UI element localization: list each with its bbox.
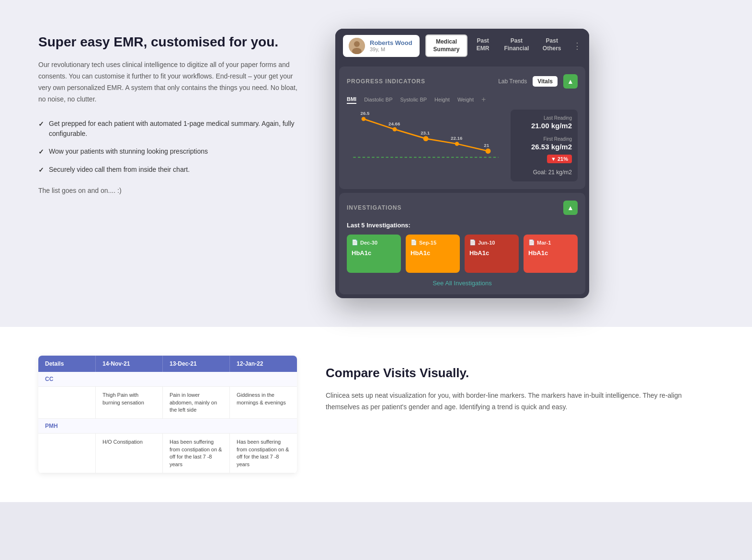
left-content: Super easy EMR, customised for you. Our … bbox=[38, 29, 307, 194]
pmh-col-3: Has been suffering from constipation on … bbox=[230, 434, 297, 473]
progress-header: PROGRESS INDICATORS Lab Trends Vitals ▲ bbox=[347, 74, 578, 89]
svg-text:21: 21 bbox=[484, 143, 489, 148]
inv-title: INVESTIGATIONS bbox=[347, 204, 401, 211]
inv-date-1: 📄 Dec-30 bbox=[352, 239, 396, 246]
pmh-col-2: Has been suffering from constipation on … bbox=[163, 434, 230, 473]
tab-past-financial[interactable]: Past Financial bbox=[498, 34, 535, 57]
lab-trends-link[interactable]: Lab Trends bbox=[498, 78, 527, 85]
inv-date-2: 📄 Sep-15 bbox=[410, 239, 455, 246]
chart-area: 26.5 24.66 23.1 22.16 21 bbox=[347, 110, 505, 172]
table-header-nov: 14-Nov-21 bbox=[96, 356, 163, 372]
patient-name: Roberts Wood bbox=[370, 39, 412, 46]
first-reading-value: 26.53 kg/m2 bbox=[516, 143, 572, 151]
progress-collapse-button[interactable]: ▲ bbox=[563, 74, 578, 89]
svg-point-8 bbox=[486, 148, 491, 154]
inv-card-3[interactable]: 📄 Jun-10 HbA1c bbox=[465, 235, 519, 273]
pmh-col-0 bbox=[38, 434, 96, 473]
inv-card-2[interactable]: 📄 Sep-15 HbA1c bbox=[406, 235, 460, 273]
add-metric-button[interactable]: + bbox=[481, 95, 486, 104]
metric-tab-bmi[interactable]: BMI bbox=[347, 95, 356, 104]
inv-header: INVESTIGATIONS ▲ bbox=[347, 201, 578, 215]
metric-tab-height[interactable]: Height bbox=[434, 96, 450, 103]
svg-text:24.66: 24.66 bbox=[388, 121, 400, 126]
table-header-row: Details 14-Nov-21 13-Dec-21 12-Jan-22 bbox=[38, 356, 297, 372]
table-preview: Details 14-Nov-21 13-Dec-21 12-Jan-22 CC… bbox=[38, 356, 297, 473]
svg-point-4 bbox=[362, 117, 366, 121]
inv-date-3: 📄 Jun-10 bbox=[469, 239, 514, 246]
inv-name-1: HbA1c bbox=[352, 249, 396, 257]
compare-heading: Compare Visits Visually. bbox=[326, 365, 714, 381]
feature-list: ✓ Get prepped for each patient with auto… bbox=[38, 119, 307, 175]
cc-section-label: CC bbox=[38, 372, 297, 387]
metric-tabs: BMI Diastolic BP Systolic BP Height Weig… bbox=[347, 95, 578, 104]
last-5-label: Last 5 Investigations: bbox=[347, 222, 578, 229]
feature-text-3: Securely video call them from inside the… bbox=[49, 165, 190, 175]
metric-tab-diastolic[interactable]: Diastolic BP bbox=[364, 96, 392, 103]
progress-title: PROGRESS INDICATORS bbox=[347, 78, 425, 85]
patient-info-box[interactable]: Roberts Wood 39y, M bbox=[343, 35, 420, 57]
chart-container: 26.5 24.66 23.1 22.16 21 Last Reading 21… bbox=[347, 110, 578, 181]
svg-text:26.5: 26.5 bbox=[361, 111, 370, 116]
main-description: Our revolutionary tech uses clinical int… bbox=[38, 59, 307, 105]
metric-tab-systolic[interactable]: Systolic BP bbox=[400, 96, 427, 103]
inv-name-2: HbA1c bbox=[410, 249, 455, 257]
inv-collapse-button[interactable]: ▲ bbox=[563, 201, 578, 215]
tab-past-emr[interactable]: Past EMR bbox=[469, 34, 497, 57]
metric-tab-weight[interactable]: Weight bbox=[457, 96, 474, 103]
top-section: Super easy EMR, customised for you. Our … bbox=[0, 0, 752, 327]
check-icon-2: ✓ bbox=[38, 147, 44, 157]
inv-card-1[interactable]: 📄 Dec-30 HbA1c bbox=[347, 235, 401, 273]
feature-item-2: ✓ Wow your patients with stunning lookin… bbox=[38, 146, 307, 157]
readings-panel: Last Reading 21.00 kg/m2 First Reading 2… bbox=[511, 110, 578, 181]
svg-text:23.1: 23.1 bbox=[421, 130, 430, 135]
inv-card-4[interactable]: 📄 Mar-1 HbA1c bbox=[524, 235, 578, 273]
inv-cards: 📄 Dec-30 HbA1c 📄 Sep-15 HbA1c 📄 Jun-1 bbox=[347, 235, 578, 273]
pmh-data-row: H/O Constipation Has been suffering from… bbox=[38, 434, 297, 473]
patient-details: Roberts Wood 39y, M bbox=[370, 39, 412, 52]
progress-section: PROGRESS INDICATORS Lab Trends Vitals ▲ … bbox=[339, 67, 585, 189]
table-header-dec: 13-Dec-21 bbox=[163, 356, 230, 372]
feature-text-2: Wow your patients with stunning looking … bbox=[49, 146, 208, 157]
section-actions: Lab Trends Vitals ▲ bbox=[498, 74, 578, 89]
patient-header: Roberts Wood 39y, M Medical Summary Past… bbox=[335, 29, 589, 63]
svg-point-1 bbox=[354, 41, 360, 47]
investigations-section: INVESTIGATIONS ▲ Last 5 Investigations: … bbox=[339, 193, 585, 294]
compare-description: Clinicea sets up neat visualization for … bbox=[326, 390, 714, 413]
main-heading: Super easy EMR, customised for you. bbox=[38, 34, 307, 51]
vitals-badge[interactable]: Vitals bbox=[533, 76, 558, 87]
more-options-icon[interactable]: ⋮ bbox=[573, 41, 581, 51]
feature-item-3: ✓ Securely video call them from inside t… bbox=[38, 165, 307, 175]
cc-col-0 bbox=[38, 387, 96, 418]
first-reading-label: First Reading 26.53 kg/m2 bbox=[516, 134, 572, 151]
last-reading-label: Last Reading 21.00 kg/m2 bbox=[516, 115, 572, 130]
check-icon-1: ✓ bbox=[38, 119, 44, 129]
cc-col-3: Giddiness in the mornings & evenings bbox=[230, 387, 297, 418]
doc-icon-1: 📄 bbox=[352, 239, 358, 246]
check-icon-3: ✓ bbox=[38, 165, 44, 175]
goal-text: Goal: 21 kg/m2 bbox=[516, 169, 572, 176]
pmh-col-1: H/O Constipation bbox=[96, 434, 163, 473]
cc-col-1: Thigh Pain with burning sensation bbox=[96, 387, 163, 418]
right-content: Compare Visits Visually. Clinicea sets u… bbox=[326, 356, 714, 413]
inv-name-3: HbA1c bbox=[469, 249, 514, 257]
doc-icon-3: 📄 bbox=[469, 239, 476, 246]
tab-past-others[interactable]: Past Others bbox=[536, 34, 567, 57]
doc-icon-2: 📄 bbox=[410, 239, 417, 246]
patient-avatar bbox=[349, 38, 365, 54]
pmh-section-label: PMH bbox=[38, 419, 297, 434]
svg-point-5 bbox=[393, 127, 397, 132]
cc-data-row: Thigh Pain with burning sensation Pain i… bbox=[38, 387, 297, 419]
feature-item-1: ✓ Get prepped for each patient with auto… bbox=[38, 119, 307, 139]
last-reading-value: 21.00 kg/m2 bbox=[516, 122, 572, 130]
doc-icon-4: 📄 bbox=[528, 239, 535, 246]
svg-point-6 bbox=[423, 136, 429, 141]
see-all-investigations-link[interactable]: See All Investigations bbox=[347, 280, 578, 287]
bmi-chart: 26.5 24.66 23.1 22.16 21 bbox=[347, 110, 505, 172]
emr-card: Roberts Wood 39y, M Medical Summary Past… bbox=[335, 29, 589, 298]
nav-tabs: Medical Summary Past EMR Past Financial … bbox=[425, 34, 567, 57]
inv-date-4: 📄 Mar-1 bbox=[528, 239, 573, 246]
tab-medical-summary[interactable]: Medical Summary bbox=[425, 34, 467, 57]
svg-text:22.16: 22.16 bbox=[451, 135, 463, 141]
more-text: The list goes on and on.... :) bbox=[38, 187, 307, 194]
table-header-jan: 12-Jan-22 bbox=[230, 356, 297, 372]
